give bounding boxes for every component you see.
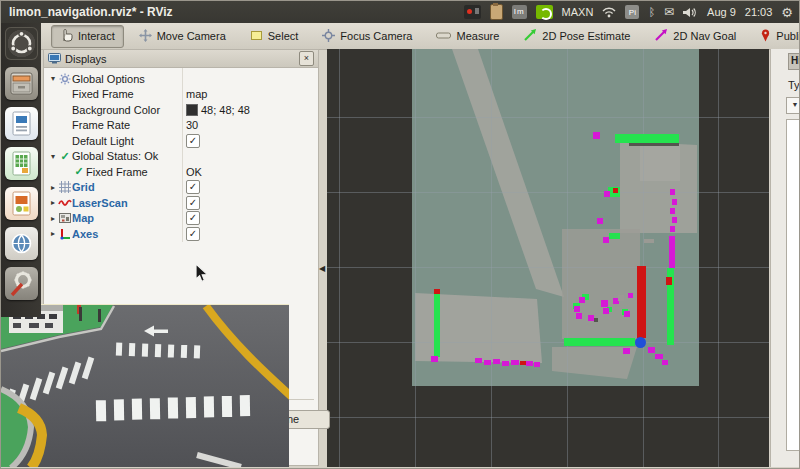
nav-goal-label: 2D Nav Goal [673,30,736,42]
scan-mark [434,294,440,357]
row-value[interactable]: 48; 48; 48 [186,104,250,116]
scan-mark [603,237,609,243]
expander-closed-icon[interactable]: ▸ [48,214,58,223]
expander-closed-icon[interactable]: ▸ [48,229,58,238]
expander-open-icon[interactable]: ▾ [48,74,58,83]
measure-button[interactable]: Measure [427,26,508,47]
row-value[interactable]: OK [186,166,202,178]
launcher-ubuntu-software-icon[interactable] [5,227,38,260]
scan-mark [655,354,663,359]
dock-collapse-icon[interactable]: ◀ [319,263,327,275]
clipboard-icon[interactable] [490,4,503,20]
tree-row-axes[interactable]: ▸Axes✓ [44,226,318,242]
session-gear-icon[interactable]: ⚙ [781,5,793,19]
grid-line [491,49,492,469]
focus-camera-button[interactable]: Focus Camera [313,25,421,48]
grid-line [415,49,416,469]
row-label: Global Status: Ok [72,150,158,162]
power-mode-label[interactable]: MAXN [562,6,594,18]
publish-point-label: Publish Point [776,30,800,42]
tree-row-laserscan[interactable]: ▸LaserScan✓ [44,195,318,211]
close-icon[interactable]: × [299,51,314,66]
row-label: Default Light [72,135,134,147]
tree-row-default-light[interactable]: Default Light✓ [44,133,318,149]
row-checkbox[interactable]: ✓ [186,196,200,210]
interact-button[interactable]: Interact [51,25,124,48]
scan-mark [666,277,672,285]
grid-line [643,49,644,469]
scan-mark [662,360,668,365]
menubar: limon_navigation.rviz* - RViz Im MAXN Pi… [1,1,800,23]
mouse-cursor [195,263,209,287]
rename-button[interactable]: ne [282,410,330,429]
system-tray: Im MAXN Pi ᛒ ✉ Aug 9 21:03 ⚙ [464,4,800,20]
monitor-icon [48,53,61,64]
nav-goal-icon [654,29,668,44]
displays-panel-title: Displays [65,53,107,65]
pose-estimate-button[interactable]: 2D Pose Estimate [514,25,639,48]
tree-row-map[interactable]: ▸Map✓ [44,211,318,227]
tree-row-fixed-frame[interactable]: ✓Fixed FrameOK [44,164,318,180]
tree-row-frame-rate[interactable]: Frame Rate30 [44,118,318,134]
tree-row-fixed-frame[interactable]: Fixed Framemap [44,87,318,103]
view-type-label: Ty [788,79,800,91]
tray-date[interactable]: Aug 9 [707,6,736,18]
launcher-files-icon[interactable] [5,67,38,100]
checkbox-icon[interactable]: ✓ [186,211,200,225]
expander-open-icon[interactable]: ▾ [48,152,58,161]
tree-row-grid[interactable]: ▸Grid✓ [44,180,318,196]
move-camera-button[interactable]: Move Camera [130,25,235,48]
row-checkbox[interactable]: ✓ [186,227,200,241]
tree-row-global-status-ok[interactable]: ▾✓Global Status: Ok [44,149,318,165]
render-view[interactable] [327,49,769,469]
tree-row-background-color[interactable]: Background Color48; 48; 48 [44,102,318,118]
displays-panel-header[interactable]: Displays × [44,50,318,68]
views-list[interactable] [786,119,800,451]
select-icon [250,29,263,44]
row-checkbox[interactable]: ✓ [186,134,200,148]
input-method-icon[interactable]: Pi [625,5,639,19]
expander-closed-icon[interactable]: ▸ [48,183,58,192]
row-label: Frame Rate [72,119,130,131]
view-type-dropdown[interactable]: ▼ [786,97,800,114]
expander-closed-icon[interactable]: ▸ [48,198,58,207]
wifi-icon[interactable] [602,5,616,19]
row-checkbox[interactable]: ✓ [186,180,200,194]
focus-camera-icon [322,29,335,44]
tray-time[interactable]: 21:03 [745,6,773,18]
nav-goal-button[interactable]: 2D Nav Goal [645,25,745,48]
volume-icon[interactable] [683,5,698,19]
nvidia-icon[interactable] [536,5,553,19]
grid-line [567,49,568,469]
views-panel-tab[interactable]: Hi [788,53,800,70]
launcher-ubuntu-dash-icon[interactable] [5,27,38,60]
map-icon [58,212,72,224]
checkbox-icon[interactable]: ✓ [186,227,200,241]
launcher-system-settings-icon[interactable] [5,267,38,300]
launcher-libreoffice-impress-icon[interactable] [5,187,38,220]
checkbox-icon[interactable]: ✓ [186,196,200,210]
tree-row-global-options[interactable]: ▾Global Options [44,71,318,87]
gear-icon [58,73,72,85]
row-value[interactable]: map [186,88,207,100]
rviz-window: limon_navigation.rviz* - RViz Im MAXN Pi… [0,0,800,469]
screen-record-icon[interactable] [464,5,481,19]
grid-line [327,267,769,268]
launcher-libreoffice-writer-icon[interactable] [5,107,38,140]
scan-mark [574,306,580,312]
mail-icon[interactable]: ✉ [664,5,674,19]
measure-label: Measure [456,30,499,42]
scan-mark [624,311,630,317]
row-label: Background Color [72,104,160,116]
interact-label: Interact [78,30,115,42]
row-checkbox[interactable]: ✓ [186,211,200,225]
row-value[interactable]: 30 [186,119,198,131]
grid-line [327,417,769,418]
checkbox-icon[interactable]: ✓ [186,134,200,148]
select-button[interactable]: Select [241,25,308,48]
launcher-libreoffice-calc-icon[interactable] [5,147,38,180]
keyboard-indicator-icon[interactable]: Im [512,5,527,19]
bluetooth-icon[interactable]: ᛒ [648,5,655,19]
publish-point-button[interactable]: Publish Point [751,25,800,48]
checkbox-icon[interactable]: ✓ [186,180,200,194]
